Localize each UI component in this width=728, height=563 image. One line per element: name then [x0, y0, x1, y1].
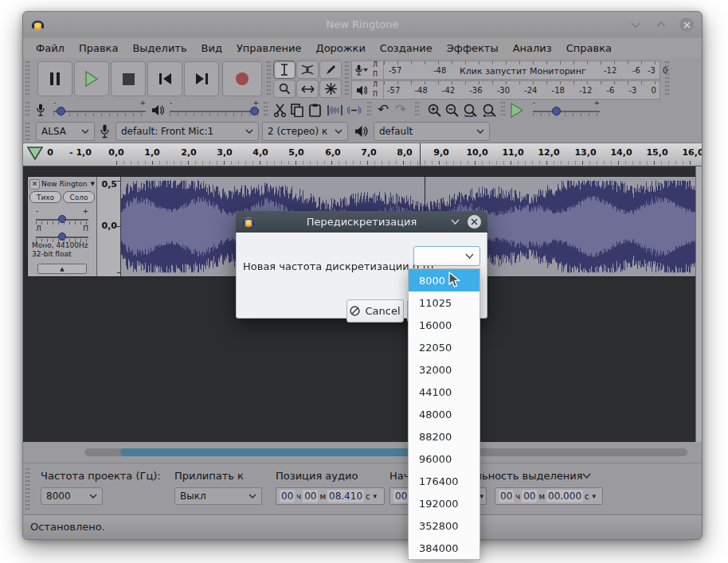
- maximize-button[interactable]: [654, 18, 668, 32]
- playback-device-select[interactable]: default: [374, 122, 490, 141]
- pause-button[interactable]: [37, 61, 72, 96]
- toolbar-grip[interactable]: [25, 61, 29, 96]
- menu-effects[interactable]: Эффекты: [440, 40, 506, 57]
- menu-analyze[interactable]: Анализ: [506, 40, 559, 57]
- zoom-fit-button[interactable]: [480, 102, 498, 118]
- skip-to-end-button[interactable]: [184, 61, 219, 96]
- copy-button[interactable]: [289, 102, 305, 118]
- zoom-to-selection-button[interactable]: [461, 102, 479, 118]
- track-collapse-button[interactable]: ▲: [37, 264, 87, 274]
- vertical-scale-ruler[interactable]: 0,5 0,0: [97, 177, 121, 276]
- time-digits[interactable]: 00: [280, 490, 295, 502]
- solo-button[interactable]: Соло: [63, 191, 95, 203]
- play-button[interactable]: [74, 61, 109, 96]
- toolbar-grip[interactable]: [665, 61, 669, 96]
- stop-button[interactable]: [111, 61, 146, 96]
- menu-tracks[interactable]: Дорожки: [309, 40, 373, 57]
- timeline-ruler[interactable]: 0 - 1,0 0,0 1,0 2,0 3,0 4,0 5,0 6,0 7,0 …: [23, 143, 702, 166]
- toolbar-grip[interactable]: [345, 61, 349, 96]
- slider-thumb[interactable]: [250, 107, 259, 115]
- rate-option[interactable]: 384000: [409, 537, 479, 559]
- rate-option[interactable]: 11025: [409, 291, 479, 314]
- paste-button[interactable]: [307, 102, 323, 118]
- time-digits[interactable]: 00: [303, 490, 318, 502]
- audio-host-select[interactable]: ALSA: [36, 122, 95, 141]
- cut-button[interactable]: [272, 102, 288, 118]
- draw-tool-button[interactable]: [319, 61, 342, 79]
- toolbar-grip[interactable]: [264, 102, 268, 118]
- play-at-speed-button[interactable]: [507, 101, 526, 119]
- slider-thumb[interactable]: [552, 107, 561, 115]
- menu-select[interactable]: Выделить: [125, 40, 194, 57]
- time-shift-tool-button[interactable]: [296, 80, 319, 98]
- dialog-close-button[interactable]: [468, 215, 481, 229]
- field-menu-icon[interactable]: ▾: [374, 492, 378, 500]
- multi-tool-button[interactable]: [319, 80, 342, 98]
- field-menu-icon[interactable]: ▾: [479, 492, 483, 500]
- close-button[interactable]: [679, 18, 694, 32]
- audio-position-field[interactable]: 00 ч 00 м 08.410 с ▾: [276, 487, 385, 505]
- slider-thumb[interactable]: [58, 233, 66, 240]
- time-digits[interactable]: 00: [522, 490, 537, 502]
- redo-button[interactable]: ↷: [393, 101, 409, 117]
- rate-option[interactable]: 44100: [409, 381, 479, 403]
- playback-volume-slider[interactable]: - +: [170, 106, 259, 117]
- zoom-in-button[interactable]: [426, 102, 442, 118]
- field-menu-icon[interactable]: ▾: [593, 492, 597, 500]
- playback-speed-slider[interactable]: - +: [533, 106, 600, 117]
- track-name[interactable]: New Rington: [41, 180, 89, 188]
- chevron-down-icon[interactable]: [581, 471, 592, 480]
- rate-option[interactable]: 192000: [409, 492, 479, 514]
- slider-thumb[interactable]: [57, 107, 65, 115]
- recording-device-select[interactable]: default: Front Mic:1: [115, 122, 259, 141]
- pinned-playhead-toggle[interactable]: [26, 146, 44, 161]
- toolbar-grip[interactable]: [25, 123, 29, 140]
- zoom-out-button[interactable]: [444, 102, 460, 118]
- silence-audio-button[interactable]: [345, 102, 362, 118]
- menu-transport[interactable]: Управление: [229, 40, 309, 57]
- rate-option[interactable]: 88200: [409, 425, 479, 448]
- snap-to-select[interactable]: Выкл: [174, 487, 262, 505]
- menu-view[interactable]: Вид: [194, 40, 229, 57]
- dialog-minimize-button[interactable]: [451, 219, 460, 225]
- selection-tool-button[interactable]: [273, 61, 296, 79]
- dialog-titlebar[interactable]: Передискретизация: [236, 211, 487, 233]
- toolbar-grip[interactable]: [501, 102, 505, 118]
- menu-edit[interactable]: Правка: [72, 40, 125, 57]
- selection-length-field[interactable]: 00 ч 00 м 00.000 с ▾: [495, 487, 603, 505]
- skip-to-start-button[interactable]: [147, 61, 182, 96]
- cancel-button[interactable]: Cancel: [346, 299, 404, 323]
- toolbar-grip[interactable]: [367, 102, 371, 118]
- mute-button[interactable]: Тихо: [29, 191, 61, 203]
- menu-file[interactable]: Файл: [29, 40, 72, 57]
- menu-help[interactable]: Справка: [559, 40, 619, 57]
- titlebar[interactable]: New Ringtone: [23, 12, 702, 38]
- minimize-button[interactable]: [628, 18, 643, 32]
- toolbar-grip[interactable]: [25, 468, 29, 510]
- trim-audio-button[interactable]: [326, 102, 343, 118]
- vertical-scrollbar[interactable]: [695, 166, 702, 442]
- slider-thumb[interactable]: [58, 215, 66, 223]
- rate-option[interactable]: 22050: [409, 336, 479, 358]
- rate-option[interactable]: 16000: [409, 314, 479, 336]
- recording-channels-select[interactable]: 2 (стерео) к: [262, 122, 348, 141]
- project-rate-select[interactable]: 8000: [41, 487, 103, 505]
- rate-option[interactable]: 8000: [409, 269, 479, 291]
- scrollbar-thumb[interactable]: [120, 448, 447, 456]
- new-rate-combobox[interactable]: [413, 246, 480, 266]
- time-digits[interactable]: 00: [393, 490, 409, 502]
- playback-meter[interactable]: Л П -57 -48 -42 -36 -30 -24 -18 -12 -6 -…: [351, 80, 660, 100]
- menu-generate[interactable]: Создание: [373, 40, 440, 57]
- zoom-tool-button[interactable]: [273, 80, 296, 98]
- time-digits[interactable]: 00: [499, 490, 514, 502]
- track-close-button[interactable]: ✕: [29, 179, 40, 190]
- toolbar-grip[interactable]: [415, 102, 419, 118]
- toolbar-grip[interactable]: [267, 61, 271, 96]
- rate-option[interactable]: 48000: [409, 403, 479, 425]
- undo-button[interactable]: ↶: [375, 101, 391, 117]
- rate-option[interactable]: 176400: [409, 470, 479, 492]
- envelope-tool-button[interactable]: [296, 61, 319, 79]
- recording-meter[interactable]: Л П -57 -48 Клик запустит Мониторинг -12…: [351, 61, 660, 80]
- gain-slider[interactable]: - +: [34, 213, 90, 226]
- toolbar-grip[interactable]: [25, 102, 29, 118]
